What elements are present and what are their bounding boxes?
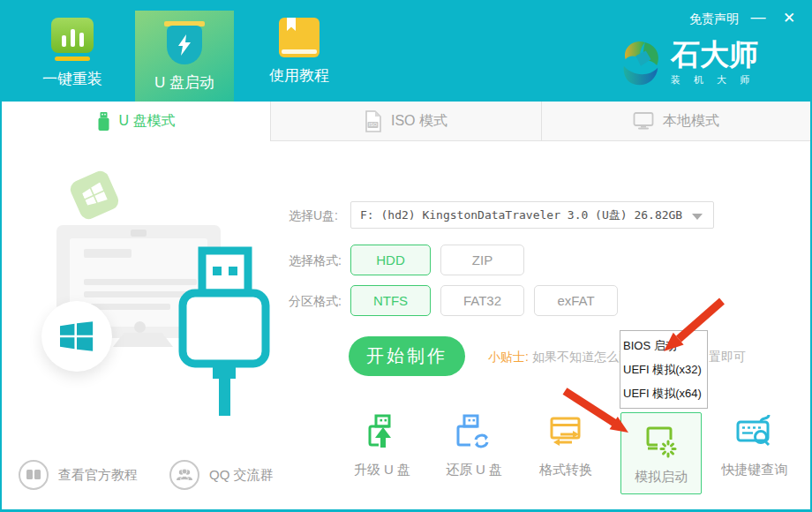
format-convert-icon — [545, 413, 586, 454]
monitor-neck-decoration — [134, 321, 146, 333]
qq-group-link[interactable]: QQ 交流群 — [169, 460, 274, 490]
tip-text: 小贴士:如果不知道怎么配 — [488, 350, 631, 365]
people-group-icon — [169, 460, 199, 490]
tip-text-tail: 置即可 — [709, 350, 746, 365]
menu-item-bios[interactable]: BIOS 启动 — [620, 338, 707, 354]
format-label: 选择格式: — [289, 253, 342, 269]
nav-item-tutorial[interactable]: 使用教程 — [250, 18, 349, 86]
tab-usb-mode[interactable]: U 盘模式 — [2, 102, 270, 141]
close-button[interactable]: ✕ — [778, 7, 801, 28]
nav-item-label: 使用教程 — [269, 65, 329, 86]
iso-file-icon: ISO — [365, 110, 382, 132]
partition-option-ntfs[interactable]: NTFS — [350, 285, 431, 316]
tool-hotkey-query[interactable]: 快捷键查询 — [705, 413, 804, 478]
book-icon — [19, 460, 49, 490]
tab-local-mode[interactable]: 本地模式 — [541, 102, 810, 141]
tool-restore-usb[interactable]: 还原 U 盘 — [430, 413, 518, 478]
usb-restore-icon — [454, 413, 494, 454]
tab-label: 本地模式 — [663, 112, 719, 131]
nav-item-label: 一键重装 — [42, 69, 102, 89]
start-make-button[interactable]: 开始制作 — [349, 336, 465, 376]
usb-plug-illustration — [173, 244, 270, 416]
nav-item-reinstall[interactable]: 一键重装 — [23, 18, 122, 89]
official-tutorial-link[interactable]: 查看官方教程 — [19, 460, 138, 490]
tab-iso-mode[interactable]: ISO ISO 模式 — [270, 102, 541, 141]
partition-option-exfat[interactable]: exFAT — [534, 285, 618, 316]
tab-label: U 盘模式 — [119, 112, 176, 131]
tool-format-convert[interactable]: 格式转换 — [522, 413, 610, 478]
format-option-zip[interactable]: ZIP — [440, 245, 524, 275]
nav-item-usb-boot[interactable]: U 盘启动 — [135, 11, 234, 102]
minimize-button[interactable]: — — [747, 7, 770, 28]
partition-label: 分区格式: — [289, 294, 342, 310]
brand-swirl-icon — [619, 39, 663, 87]
boot-mode-menu: BIOS 启动 UEFI 模拟(x32) UEFI 模拟(x64) — [620, 330, 708, 409]
local-monitor-icon — [633, 111, 654, 131]
disclaimer-link[interactable]: 免责声明 — [689, 11, 739, 27]
svg-text:ISO: ISO — [369, 122, 378, 127]
usb-select-label: 选择U盘: — [289, 208, 338, 224]
tip-label: 小贴士: — [488, 350, 529, 364]
partition-option-fat32[interactable]: FAT32 — [440, 285, 524, 316]
simulate-boot-icon — [641, 421, 681, 462]
usb-upgrade-icon — [362, 413, 402, 454]
nav-item-label: U 盘启动 — [154, 72, 214, 93]
brand-logo: 石大师 装 机 大 师 — [619, 39, 758, 87]
keyboard-search-icon — [734, 413, 775, 454]
usb-drive-value: F: (hd2) KingstonDataTraveler 3.0 (U盘) 2… — [360, 207, 682, 223]
one-key-reinstall-icon — [51, 18, 94, 61]
chevron-down-icon — [692, 214, 703, 220]
menu-item-uefi-x64[interactable]: UEFI 模拟(x64) — [620, 386, 707, 402]
windows-logo-badge — [41, 301, 112, 372]
format-option-hdd[interactable]: HDD — [350, 245, 431, 275]
tab-label: ISO 模式 — [391, 112, 447, 131]
usb-boot-shield-icon — [164, 21, 205, 64]
usb-drive-select[interactable]: F: (hd2) KingstonDataTraveler 3.0 (U盘) 2… — [350, 201, 714, 229]
tool-upgrade-usb[interactable]: 升级 U 盘 — [338, 413, 426, 478]
tutorial-book-icon — [279, 18, 320, 57]
menu-item-uefi-x32[interactable]: UEFI 模拟(x32) — [620, 362, 707, 378]
tool-simulate-boot[interactable]: 模拟启动 — [620, 412, 702, 494]
app-window: 一键重装 U 盘启动 使用教程 免责声明 — ✕ 石大师 装 机 — [0, 0, 812, 512]
brand-name: 石大师 — [671, 40, 758, 69]
usb-drive-icon — [97, 112, 110, 132]
brand-subtitle: 装 机 大 师 — [671, 73, 758, 87]
